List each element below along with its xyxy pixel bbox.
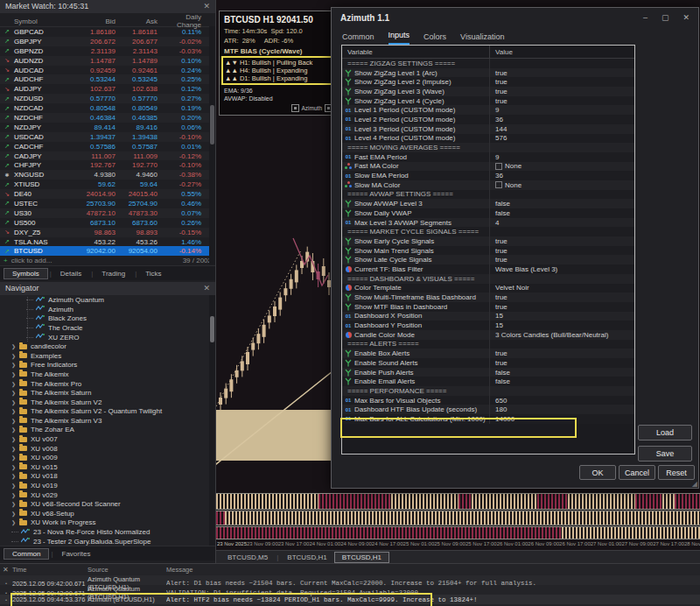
setting-value[interactable]: false	[489, 208, 634, 218]
setting-value[interactable]: false	[489, 377, 634, 386]
settings-row[interactable]: 01Level 4 Period (CUSTOM mode)576	[342, 134, 634, 144]
chevron-right-icon[interactable]: ❯	[11, 343, 19, 349]
chevron-right-icon[interactable]: ❯	[11, 492, 19, 498]
setting-value[interactable]: true	[489, 358, 634, 368]
chevron-right-icon[interactable]: ❯	[11, 511, 19, 517]
settings-row[interactable]: 01Dashboard Y Position15	[342, 321, 634, 330]
navigator-item-the-alkemix-saturn-v2-quantum-twilight[interactable]: ❯The Alkemix Saturn V2 - Quantum Twiligh…	[0, 407, 215, 417]
market-watch-row[interactable]: ↗BTCUSD92042.0092054.00-0.14%	[0, 246, 215, 256]
setting-value[interactable]: 15	[489, 312, 634, 321]
close-icon[interactable]: ✕	[682, 13, 690, 22]
market-watch-row[interactable]: ↗NZDUSD0.577700.577700.27%	[0, 94, 215, 103]
chevron-right-icon[interactable]: ❯	[11, 371, 19, 377]
navigator-item-23-nova-re-force-histo-normalized[interactable]: 23 - Nova Re-Force Histo Normalized	[0, 527, 215, 537]
chevron-right-icon[interactable]: ❯	[11, 464, 19, 470]
settings-row[interactable]: Show ZigZag Level 4 (Cycle)true	[342, 96, 634, 106]
navigator-item-xu-v029[interactable]: ❯XU v029	[0, 490, 215, 500]
setting-value[interactable]: 14000	[489, 414, 634, 424]
setting-value[interactable]: 576	[489, 134, 634, 144]
navigator-item-23-tester-2-gary-baluda-superslope[interactable]: 23 - Tester 2 Gary.Baluda.SuperSlope	[0, 537, 215, 546]
cancel-button[interactable]: Cancel	[619, 465, 655, 480]
settings-row[interactable]: Enable Sound Alertstrue	[342, 358, 634, 368]
setting-value[interactable]: 15	[489, 321, 634, 330]
tab-details[interactable]: Details	[52, 269, 89, 278]
setting-value[interactable]: None	[489, 162, 634, 172]
setting-value[interactable]: true	[489, 236, 634, 246]
load-button[interactable]: Load	[638, 425, 692, 440]
settings-row[interactable]: Show Early Cycle Signalstrue	[342, 236, 634, 246]
navigator-item-free-indicators[interactable]: ❯Free Indicators	[0, 361, 215, 370]
settings-row[interactable]: 01Level 1 Period (CUSTOM mode)9	[342, 105, 634, 115]
settings-row[interactable]: Show ZigZag Level 2 (Impulse)true	[342, 77, 634, 87]
chevron-right-icon[interactable]: ❯	[11, 426, 19, 433]
log-row[interactable]: •2025.12.05 09:42:00.671Azimuth Quantum …	[0, 575, 700, 585]
chart-tab-1[interactable]: BTCUSD,H1	[280, 553, 333, 562]
chevron-right-icon[interactable]: ❯	[11, 399, 19, 405]
dialog-tab-common[interactable]: Common	[342, 32, 374, 45]
setting-value[interactable]: 36	[489, 115, 634, 124]
settings-row[interactable]: 01Dashboard X Position15	[342, 312, 634, 321]
navigator-item-xu-v009[interactable]: ❯XU v009	[0, 453, 215, 462]
settings-row[interactable]: 01Dashboard HTF Bias Update (seconds)180	[342, 405, 634, 414]
navigator-item-xu-v68-setup[interactable]: ❯XU v68-Setup	[0, 509, 215, 518]
market-watch-row[interactable]: ↘AUDJPY102.637102.6380.12%	[0, 84, 215, 94]
setting-value[interactable]: false	[489, 368, 634, 377]
chevron-right-icon[interactable]: ❯	[11, 353, 19, 359]
settings-row[interactable]: Show Daily VWAPfalse	[342, 208, 634, 218]
setting-value[interactable]: true	[489, 349, 634, 358]
market-watch-row[interactable]: ↗XTIUSD59.6259.64-0.27%	[0, 180, 215, 189]
chevron-right-icon[interactable]: ❯	[11, 390, 19, 396]
dialog-titlebar[interactable]: Azimuth 1.1 – ▢ ✕	[332, 8, 698, 27]
navigator-item-xu-work-in-progress[interactable]: ❯XU Work in Progress	[0, 518, 215, 528]
add-symbol-row[interactable]: +click to add... 39 / 2002	[0, 256, 215, 265]
setting-value[interactable]: true	[489, 68, 634, 78]
log-row[interactable]: •2025.12.05 09:44:53.376Azimuth (BTCUSD,…	[0, 595, 700, 604]
close-icon[interactable]: ✕	[203, 282, 210, 295]
tab-symbols[interactable]: Symbols	[4, 268, 48, 279]
ok-button[interactable]: OK	[579, 465, 616, 480]
setting-value[interactable]: 9	[489, 105, 634, 115]
market-watch-row[interactable]: ↘DXY_Z598.86398.893-0.15%	[0, 228, 215, 237]
settings-row[interactable]: Show Main Trend Signalstrue	[342, 246, 634, 256]
setting-value[interactable]: None	[489, 180, 634, 190]
settings-row[interactable]: Show ZigZag Level 3 (Wave)true	[342, 87, 634, 96]
close-icon[interactable]: ✕	[0, 566, 12, 574]
market-watch-row[interactable]: ↗NZDJPY89.41489.4160.06%	[0, 123, 215, 132]
close-icon[interactable]: ✕	[203, 0, 210, 13]
settings-row[interactable]: Show Multi-Timeframe Bias Dashboardtrue	[342, 292, 634, 302]
chevron-right-icon[interactable]: ❯	[11, 519, 19, 525]
dialog-tab-inputs[interactable]: Inputs	[388, 31, 410, 45]
navigator-item-the-alkemix-saturn-v2[interactable]: ❯The Alkemix Saturn V2	[0, 398, 215, 407]
settings-row[interactable]: Show AVWAP Level 3false	[342, 199, 634, 208]
navigator-item-the-oracle[interactable]: The Oracle	[0, 323, 215, 333]
setting-value[interactable]: 650	[489, 396, 634, 405]
market-watch-row[interactable]: ↘AUDNZD1.147871.147890.10%	[0, 56, 215, 66]
market-watch-row[interactable]: ↗GBPCAD1.861801.861810.11%	[0, 27, 215, 37]
setting-value[interactable]: 180	[489, 405, 634, 414]
chart-tab-2[interactable]: BTCUSD,H1	[334, 552, 389, 563]
chevron-right-icon[interactable]: ❯	[11, 418, 19, 424]
navigator-item-xu-v68-second-dot-scanner[interactable]: ❯XU v68-Second Dot Scanner	[0, 499, 215, 509]
settings-row[interactable]: 01Slow EMA Period36	[342, 171, 634, 180]
settings-row[interactable]: Show ZigZag Level 1 (Arc)true	[342, 68, 634, 78]
navigator-item-candlecolor[interactable]: ❯candlecolor	[0, 342, 215, 351]
setting-value[interactable]: true	[489, 87, 634, 96]
navigator-item-xu-v019[interactable]: ❯XU v019	[0, 481, 215, 490]
chart-tab-0[interactable]: BTCUSD,M5	[220, 553, 275, 562]
chevron-right-icon[interactable]: ❯	[11, 408, 19, 414]
chevron-right-icon[interactable]: ❯	[11, 454, 19, 461]
settings-row[interactable]: Enable Push Alertsfalse	[342, 368, 634, 377]
setting-value[interactable]: 9	[489, 152, 634, 162]
market-watch-row[interactable]: ↗NZDCHF0.463840.463850.20%	[0, 113, 215, 123]
settings-row[interactable]: Fast MA ColorNone	[342, 162, 634, 172]
setting-value[interactable]: 3 Colors Candles (Bull/Bear/Neutral)	[489, 330, 634, 340]
navigator-item-xu-zero[interactable]: XU ZERO	[0, 333, 215, 342]
settings-row[interactable]: Show Late Cycle Signalstrue	[342, 255, 634, 264]
navigator-item-the-alkemix-saturn[interactable]: ❯The Alkemix Saturn	[0, 388, 215, 398]
settings-row[interactable]: Current TF: Bias FilterWave Bias (Level …	[342, 264, 634, 274]
setting-value[interactable]: false	[489, 199, 634, 208]
chevron-right-icon[interactable]: ❯	[11, 501, 19, 507]
setting-value[interactable]: true	[489, 292, 634, 302]
save-button[interactable]: Save	[638, 446, 692, 462]
reset-button[interactable]: Reset	[658, 465, 695, 480]
